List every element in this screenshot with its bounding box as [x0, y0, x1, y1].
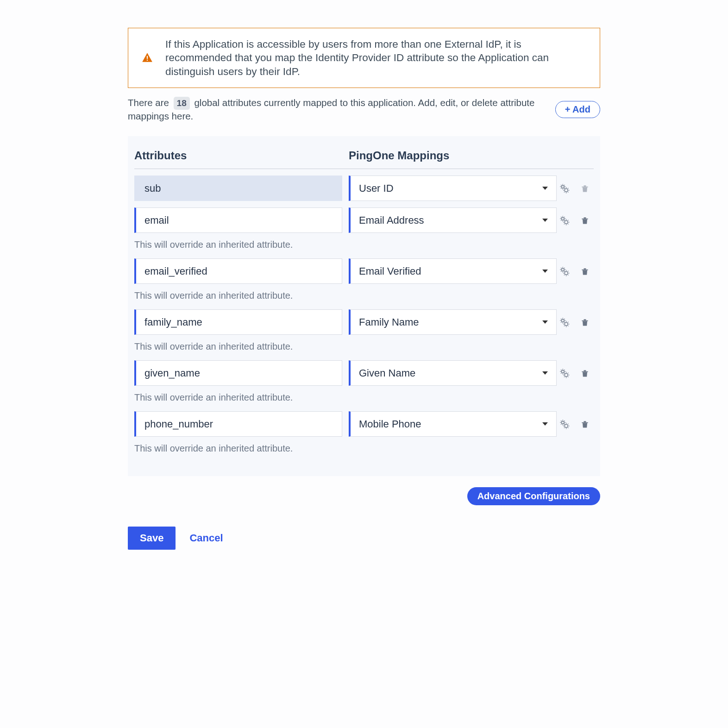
delete-icon	[580, 183, 590, 194]
add-attribute-button[interactable]: + Add	[555, 101, 600, 118]
svg-rect-0	[147, 56, 148, 59]
svg-point-3	[565, 188, 568, 192]
svg-point-4	[561, 217, 564, 220]
row-actions	[559, 183, 594, 194]
info-prefix: There are	[128, 97, 169, 108]
settings-icon[interactable]	[559, 317, 570, 327]
cancel-button[interactable]: Cancel	[189, 532, 223, 544]
pingone-mapping-select[interactable]: Email Address	[349, 207, 557, 233]
svg-point-12	[561, 421, 564, 424]
mapping-value: Family Name	[359, 316, 419, 328]
attribute-row-inputs: emailEmail Address	[134, 207, 594, 233]
row-actions	[559, 215, 594, 226]
chevron-down-icon	[542, 187, 548, 190]
chevron-down-icon	[542, 371, 548, 375]
attribute-name-input[interactable]: phone_number	[134, 411, 342, 437]
row-actions	[559, 317, 594, 327]
mapping-value: Email Verified	[359, 265, 421, 277]
attribute-name-input[interactable]: family_name	[134, 309, 342, 335]
row-actions	[559, 368, 594, 378]
header-attributes: Attributes	[134, 149, 349, 162]
settings-icon[interactable]	[559, 266, 570, 276]
save-button[interactable]: Save	[128, 527, 176, 550]
delete-icon[interactable]	[580, 215, 590, 226]
pingone-mapping-select[interactable]: Email Verified	[349, 258, 557, 284]
svg-rect-1	[147, 60, 148, 61]
pingone-mapping-select[interactable]: Family Name	[349, 309, 557, 335]
row-actions	[559, 266, 594, 276]
delete-icon[interactable]	[580, 368, 590, 378]
header-pingone-mappings: PingOne Mappings	[349, 149, 594, 162]
override-note: This will override an inherited attribut…	[134, 443, 594, 454]
attribute-row: family_nameFamily Name This will overrid…	[134, 309, 594, 352]
row-actions	[559, 419, 594, 429]
svg-point-9	[565, 322, 568, 326]
chevron-down-icon	[542, 320, 548, 324]
info-bar: There are 18 global attributes currently…	[128, 96, 600, 123]
pingone-mapping-select[interactable]: Given Name	[349, 360, 557, 386]
svg-point-2	[561, 185, 564, 188]
override-note: This will override an inherited attribut…	[134, 290, 594, 301]
attribute-name-input[interactable]: email_verified	[134, 258, 342, 284]
attribute-count-badge: 18	[174, 97, 190, 110]
settings-icon[interactable]	[559, 419, 570, 429]
attribute-row: phone_numberMobile Phone This will overr…	[134, 411, 594, 454]
pingone-mapping-select[interactable]: User ID	[349, 176, 557, 201]
override-note: This will override an inherited attribut…	[134, 392, 594, 403]
chevron-down-icon	[542, 270, 548, 273]
svg-point-5	[565, 220, 568, 224]
delete-icon[interactable]	[580, 419, 590, 429]
attribute-name-input[interactable]: given_name	[134, 360, 342, 386]
attribute-row-inputs: email_verifiedEmail Verified	[134, 258, 594, 284]
attribute-row-inputs: subUser ID	[134, 176, 594, 201]
warning-icon	[141, 52, 153, 64]
attribute-mapping-panel: Attributes PingOne Mappings subUser ID e…	[128, 136, 600, 476]
mapping-value: Email Address	[359, 214, 424, 226]
svg-point-10	[561, 370, 564, 373]
pingone-mapping-select[interactable]: Mobile Phone	[349, 411, 557, 437]
attribute-row: given_nameGiven Name This will override …	[134, 360, 594, 403]
svg-point-13	[565, 424, 568, 427]
svg-point-11	[565, 373, 568, 377]
advanced-configurations-button[interactable]: Advanced Configurations	[467, 487, 600, 505]
attribute-row: email_verifiedEmail Verified This will o…	[134, 258, 594, 301]
chevron-down-icon	[542, 219, 548, 222]
panel-headers: Attributes PingOne Mappings	[134, 149, 594, 169]
attribute-row-inputs: given_nameGiven Name	[134, 360, 594, 386]
mapping-value: Mobile Phone	[359, 418, 421, 430]
svg-point-7	[565, 271, 568, 275]
svg-point-8	[561, 319, 564, 322]
alert-message: If this Application is accessible by use…	[165, 38, 587, 78]
settings-icon[interactable]	[559, 215, 570, 226]
mapping-value: Given Name	[359, 367, 415, 379]
chevron-down-icon	[542, 422, 548, 426]
attribute-row: emailEmail Address This will override an…	[134, 207, 594, 250]
mapping-value: User ID	[359, 182, 394, 195]
attribute-row: subUser ID	[134, 176, 594, 201]
settings-icon[interactable]	[559, 183, 570, 194]
info-text: There are 18 global attributes currently…	[128, 96, 546, 123]
attribute-row-inputs: phone_numberMobile Phone	[134, 411, 594, 437]
idp-warning-alert: If this Application is accessible by use…	[128, 28, 600, 88]
settings-icon[interactable]	[559, 368, 570, 378]
delete-icon[interactable]	[580, 317, 590, 327]
override-note: This will override an inherited attribut…	[134, 239, 594, 250]
delete-icon[interactable]	[580, 266, 590, 276]
svg-point-6	[561, 268, 564, 271]
attribute-row-inputs: family_nameFamily Name	[134, 309, 594, 335]
attribute-name-input[interactable]: email	[134, 207, 342, 233]
attribute-name-input: sub	[134, 176, 342, 201]
override-note: This will override an inherited attribut…	[134, 341, 594, 352]
